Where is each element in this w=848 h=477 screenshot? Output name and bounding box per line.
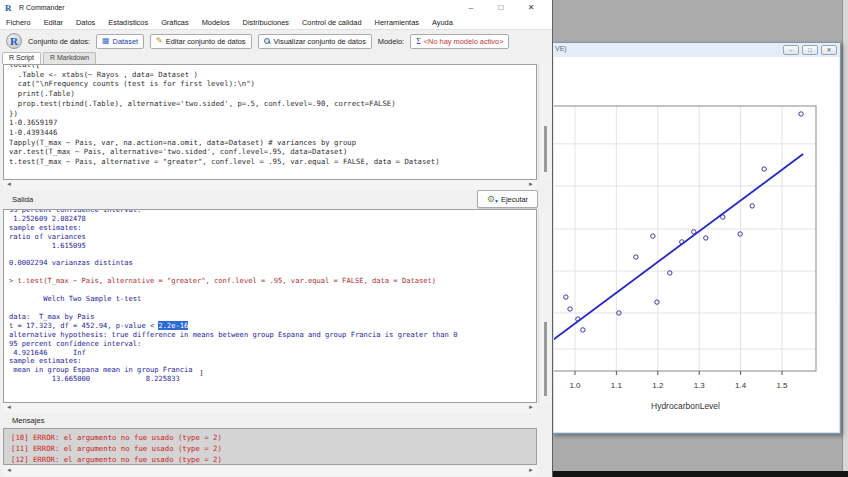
- menu-item-distribuciones[interactable]: Distribuciones: [243, 18, 289, 27]
- menu-item-datos[interactable]: Datos: [76, 18, 95, 27]
- scatter-point: [655, 300, 659, 304]
- output-vertical-scrollbar[interactable]: [538, 209, 551, 403]
- regression-line: [554, 154, 803, 343]
- script-line: print(.Table): [9, 89, 536, 99]
- maximize-icon[interactable]: □: [486, 0, 516, 16]
- scatter-point: [721, 215, 725, 219]
- script-horizontal-scrollbar[interactable]: ◄ ►: [3, 180, 537, 190]
- x-tick-label: 1.4: [735, 381, 747, 390]
- tab-r-script[interactable]: R Script: [2, 52, 41, 64]
- x-axis-label: HydrocarbonLevel: [651, 401, 720, 411]
- scatter-point: [750, 204, 754, 208]
- script-line: 1-0.4393446: [9, 128, 536, 138]
- output-line: > t.test(T_max ~ Pais, alternative = "gr…: [9, 277, 536, 286]
- output-line: sample estimates:: [9, 224, 536, 233]
- graph-window-titlebar[interactable]: VE) – □ ✕: [553, 43, 840, 57]
- script-line: var.test(T_max ~ Pais, alternative='two.…: [9, 147, 536, 157]
- scatter-point: [568, 307, 572, 311]
- script-line: }): [9, 109, 536, 119]
- maximize-icon[interactable]: □: [802, 45, 818, 55]
- dataset-button[interactable]: ▦ Dataset: [96, 34, 144, 49]
- scatter-point: [564, 295, 568, 299]
- pencil-icon: ✎: [156, 37, 163, 45]
- edit-dataset-button[interactable]: ✎ Editar conjunto de datos: [150, 34, 251, 49]
- output-line: 1.615095: [9, 242, 536, 251]
- taskbar-edge: [553, 471, 848, 477]
- graph-window-title: VE): [555, 45, 567, 52]
- arrow-down-icon: ▼: [494, 198, 499, 204]
- scatter-point: [634, 255, 638, 259]
- output-line: ratio of variances: [9, 233, 536, 242]
- output-line: 13.665000 8.225833: [9, 375, 536, 384]
- script-line: 1-0.3659197: [9, 118, 536, 128]
- messages-section-label: Mensajes: [12, 416, 45, 425]
- rcommander-window: R R Commander – □ ✕ FicheroEditarDatosEs…: [0, 0, 553, 477]
- menubar: FicheroEditarDatosEstadísticosGráficasMo…: [0, 16, 552, 30]
- output-horizontal-scrollbar[interactable]: ◄ ►: [3, 403, 537, 413]
- x-tick-label: 1.2: [652, 381, 664, 390]
- menu-item-herramientas[interactable]: Herramientas: [375, 18, 419, 27]
- model-button[interactable]: Σ <No hay modelo activo>: [410, 34, 509, 49]
- scroll-left-icon[interactable]: ◄: [6, 181, 12, 187]
- menu-item-estadísticos[interactable]: Estadísticos: [108, 18, 148, 27]
- close-icon[interactable]: ✕: [516, 0, 546, 16]
- output-line: 0.0002294 varianzas distintas: [9, 259, 536, 268]
- magnifier-icon: [264, 38, 271, 45]
- scroll-right-icon[interactable]: ►: [528, 467, 534, 473]
- titlebar[interactable]: R R Commander – □ ✕: [0, 0, 552, 16]
- scrollbar-thumb[interactable]: [544, 126, 547, 172]
- scatter-plot: 1.01.11.21.31.41.5HydrocarbonLevel: [554, 57, 839, 432]
- x-tick-label: 1.1: [611, 381, 623, 390]
- script-line: prop.test(rbind(.Table), alternative='tw…: [9, 99, 536, 109]
- output-line: 1.252609 2.082478: [9, 215, 536, 224]
- output-line: Welch Two Sample t-test: [9, 295, 536, 304]
- minimize-icon[interactable]: –: [456, 0, 486, 16]
- editor-tabs: R Script R Markdown: [2, 52, 96, 64]
- menu-item-modelos[interactable]: Modelos: [202, 18, 230, 27]
- scatter-point: [692, 230, 696, 234]
- output-line: 4.921646 Inf: [9, 349, 536, 358]
- scatter-point: [704, 236, 708, 240]
- r-logo-icon: R: [6, 33, 22, 49]
- minimize-icon[interactable]: –: [783, 45, 799, 55]
- script-line: .Table <- xtabs(~ Rayos , data= Dataset …: [9, 70, 536, 80]
- toolbar: R Conjunto de datos: ▦ Dataset ✎ Editar …: [0, 30, 552, 52]
- scroll-left-icon[interactable]: ◄: [6, 404, 12, 410]
- scroll-right-icon[interactable]: ►: [528, 404, 534, 410]
- x-tick-label: 1.3: [694, 381, 706, 390]
- output-console[interactable]: 95 percent confidence interval: 1.252609…: [3, 209, 537, 403]
- menu-item-fichero[interactable]: Fichero: [6, 18, 31, 27]
- scatter-point: [651, 234, 655, 238]
- menu-item-ayuda[interactable]: Ayuda: [432, 18, 453, 27]
- table-icon: ▦: [102, 37, 110, 45]
- menu-item-gráficas[interactable]: Gráficas: [161, 18, 189, 27]
- menu-item-control-de-calidad[interactable]: Control de calidad: [302, 18, 362, 27]
- message-line: [10] ERROR: el argumento no fue usado (t…: [11, 432, 536, 443]
- background-window-edge: [842, 0, 848, 471]
- scatter-point: [799, 112, 803, 116]
- scroll-right-icon[interactable]: ►: [528, 181, 534, 187]
- scrollbar-thumb[interactable]: [544, 322, 547, 396]
- script-vertical-scrollbar[interactable]: [538, 64, 551, 180]
- scroll-left-icon[interactable]: ◄: [6, 467, 12, 473]
- script-line: Tapply(T_max ~ Pais, var, na.action=na.o…: [9, 138, 536, 148]
- scatter-point: [762, 167, 766, 171]
- app-icon: R: [5, 3, 15, 13]
- view-dataset-button[interactable]: Visualizar conjunto de datos: [258, 34, 372, 49]
- dataset-label: Conjunto de datos:: [28, 37, 90, 46]
- output-line: 95 percent confidence interval:: [9, 340, 536, 349]
- messages-horizontal-scrollbar[interactable]: ◄ ►: [3, 466, 537, 476]
- execute-button[interactable]: ⚙ ▼ Ejecutar: [477, 190, 538, 208]
- window-title: R Commander: [19, 4, 65, 11]
- sigma-icon: Σ: [416, 37, 421, 46]
- scatter-point: [581, 328, 585, 332]
- script-editor[interactable]: local({ .Table <- xtabs(~ Rayos , data= …: [3, 64, 537, 180]
- x-tick-label: 1.0: [569, 381, 581, 390]
- close-icon[interactable]: ✕: [821, 45, 837, 55]
- tab-r-markdown[interactable]: R Markdown: [43, 52, 96, 64]
- messages-pane[interactable]: [10] ERROR: el argumento no fue usado (t…: [3, 428, 537, 465]
- message-line: [12] ERROR: el argumento no fue usado (t…: [11, 454, 536, 465]
- plot-border: [554, 106, 816, 371]
- highlighted-p-value: 2.2e-16: [158, 321, 188, 330]
- menu-item-editar[interactable]: Editar: [44, 18, 63, 27]
